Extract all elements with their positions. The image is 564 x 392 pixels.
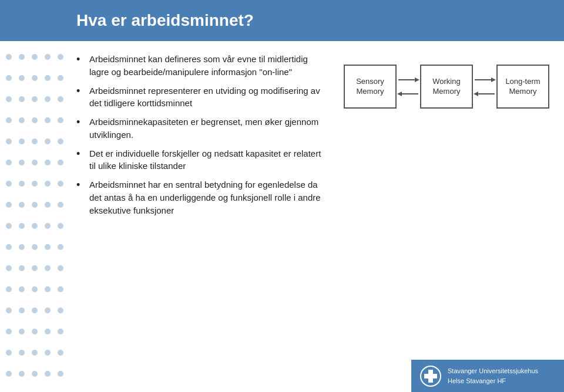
page-title: Hva er arbeidsminnet? xyxy=(76,11,254,30)
svg-rect-10 xyxy=(424,374,437,379)
title-bar: Hva er arbeidsminnet? xyxy=(0,0,564,41)
footer-line1: Stavanger Universitetssjukehus xyxy=(448,366,538,376)
arrow-working-longterm xyxy=(473,75,496,99)
working-memory-box: WorkingMemory xyxy=(420,65,473,109)
backward-arrow-icon-2 xyxy=(474,89,496,99)
list-item: Det er individuelle forskjeller og nedsa… xyxy=(76,147,329,173)
longterm-memory-box: Long-termMemory xyxy=(496,65,549,109)
svg-marker-1 xyxy=(415,77,419,82)
footer-line2: Helse Stavanger HF xyxy=(448,376,538,386)
list-item: Arbeidsminnet har en sentral betydning f… xyxy=(76,178,329,217)
dots-decoration xyxy=(0,0,65,392)
sensory-memory-box: SensoryMemory xyxy=(344,65,397,109)
svg-marker-5 xyxy=(491,77,496,82)
list-item: Arbeidsminnet representerer en utviding … xyxy=(76,85,329,110)
svg-marker-7 xyxy=(474,92,478,96)
forward-arrow-icon xyxy=(397,75,419,85)
backward-arrow-icon xyxy=(397,89,419,99)
arrow-sensory-working xyxy=(397,75,420,99)
footer: Stavanger Universitetssjukehus Helse Sta… xyxy=(411,360,564,392)
list-item: Arbeidsminnet kan defineres som vår evne… xyxy=(76,53,329,79)
list-item: Arbeidsminnekapasiteten er begrenset, me… xyxy=(76,116,329,141)
bullet-list: Arbeidsminnet kan defineres som vår evne… xyxy=(76,53,329,217)
svg-marker-3 xyxy=(397,92,402,96)
hospital-logo-icon xyxy=(419,365,442,387)
content-area: Arbeidsminnet kan defineres som vår evne… xyxy=(0,41,564,392)
footer-text: Stavanger Universitetssjukehus Helse Sta… xyxy=(448,366,538,386)
forward-arrow-icon-2 xyxy=(474,75,496,85)
memory-diagram: SensoryMemory Wo xyxy=(344,65,549,109)
page: Hva er arbeidsminnet? Arbeidsminnet kan … xyxy=(0,0,564,392)
diagram-column: SensoryMemory Wo xyxy=(347,53,546,380)
text-column: Arbeidsminnet kan defineres som vår evne… xyxy=(76,53,329,380)
